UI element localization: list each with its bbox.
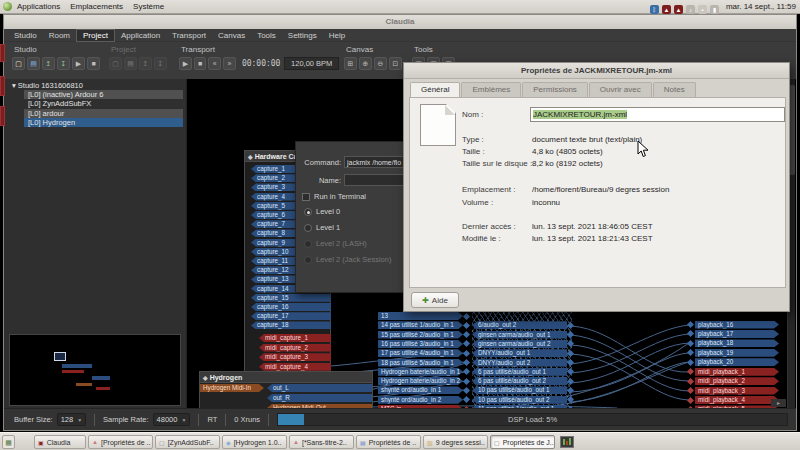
- port-6 pas utilisé/audio_out 1[interactable]: 6 pas utilisé/audio_out 1: [472, 368, 567, 376]
- window-titlebar[interactable]: Claudia: [4, 15, 796, 29]
- menu-tools[interactable]: Tools: [251, 30, 282, 41]
- tree-item-2[interactable]: [L0] ardour: [28, 109, 64, 118]
- level-option-0[interactable]: Level 0: [304, 207, 340, 216]
- port-capture_15[interactable]: capture_15: [251, 294, 331, 302]
- port-13[interactable]: 13: [378, 312, 463, 320]
- filename-input[interactable]: JACKMIXRETOUR.jm-xml: [530, 107, 785, 122]
- port-midi_capture_1[interactable]: midi_capture_1: [259, 334, 331, 342]
- sample-rate-select[interactable]: 48000▼: [153, 413, 191, 426]
- port-DNYY/audio_out 2[interactable]: DNYY/audio_out 2: [472, 359, 567, 367]
- taskbar-item-2[interactable]: ▢[ZynAddSubF..: [155, 435, 220, 449]
- node-hydrogen[interactable]: ◈Hydrogen Hydrogen Midi-Inout_Lout_RHydr…: [199, 371, 373, 408]
- tablet-icon[interactable]: ▪: [698, 5, 707, 14]
- port-Hydrogen baterie/audio_in 1[interactable]: Hydrogen baterie/audio_in 1: [378, 368, 463, 376]
- tree-item-3[interactable]: [L0] Hydrogen: [28, 118, 75, 127]
- taskbar-item-3[interactable]: ◆[Hydrogen 1.0..: [222, 435, 287, 449]
- port-playback_20[interactable]: playback_20: [695, 358, 779, 366]
- port-15 pas utilisé 2/audio_in 1[interactable]: 15 pas utilisé 2/audio_in 1: [378, 331, 463, 339]
- zoom-in-icon[interactable]: ⊕: [359, 57, 372, 70]
- help-button[interactable]: ✚ Aide: [411, 292, 459, 308]
- port-playback_16[interactable]: playback_16: [695, 321, 779, 329]
- port-10 pas utilisé/audio_out 2[interactable]: 10 pas utilisé/audio_out 2: [472, 396, 567, 404]
- zoom-out-icon[interactable]: ⊖: [374, 57, 387, 70]
- menu-canvas[interactable]: Canvas: [212, 30, 251, 41]
- dialog-titlebar[interactable]: Propriétés de JACKMIXRETOUR.jm-xml: [404, 63, 789, 79]
- menu-application[interactable]: Application: [115, 30, 166, 41]
- radio-1[interactable]: [304, 224, 312, 232]
- port-out-r[interactable]: out_R: [267, 394, 372, 402]
- zoom-100-icon[interactable]: ⊡: [389, 57, 402, 70]
- port-14 pas utilisé 1/audio_in 1[interactable]: 14 pas utilisé 1/audio_in 1: [378, 321, 463, 329]
- tab-ouvrir-avec[interactable]: Ouvrir avec: [589, 82, 652, 97]
- battery-icon[interactable]: ▮: [710, 5, 719, 14]
- port-ginsen carma/audio_out 2[interactable]: ginsen carma/audio_out 2: [472, 340, 567, 348]
- port-16 pas utilisé 3/audio_in 1[interactable]: 16 pas utilisé 3/audio_in 1: [378, 340, 463, 348]
- open-studio-icon[interactable]: ▤: [27, 57, 40, 70]
- system-monitor-applet[interactable]: [560, 436, 574, 448]
- start-studio-icon[interactable]: ▶: [72, 57, 85, 70]
- port-playback_18[interactable]: playback_18: [695, 339, 779, 347]
- canvas-scroll-arrow[interactable]: ▸: [771, 399, 786, 407]
- port-midi_capture_2[interactable]: midi_capture_2: [259, 344, 331, 352]
- menu-room[interactable]: Room: [43, 30, 76, 41]
- menu-studio[interactable]: Studio: [8, 30, 43, 41]
- port-Hydrogen baterie/audio_in 2[interactable]: Hydrogen baterie/audio_in 2: [378, 377, 463, 385]
- bluetooth-icon[interactable]: ᛒ: [650, 5, 659, 14]
- port-17 pas utilisé 4/audio_in 1[interactable]: 17 pas utilisé 4/audio_in 1: [378, 349, 463, 357]
- port-10 pas utilisé/audio_out 1[interactable]: 10 pas utilisé/audio_out 1: [472, 386, 567, 394]
- save-studio-icon[interactable]: ↥: [42, 57, 55, 70]
- menu-emplacements[interactable]: Emplacements: [70, 2, 123, 11]
- taskbar-item-4[interactable]: ▲[*Sans-titre-2..: [289, 435, 354, 449]
- transport-stop-icon[interactable]: ■: [194, 57, 207, 70]
- port-6/audio_out 2[interactable]: 6/audio_out 2: [472, 321, 567, 329]
- port-18 pas utilisé 5/audio_in 1[interactable]: 18 pas utilisé 5/audio_in 1: [378, 359, 463, 367]
- taskbar-item-6[interactable]: ▥9 degres sessi..: [423, 435, 488, 449]
- run-in-terminal-checkbox[interactable]: [302, 193, 310, 201]
- bpm-field[interactable]: 120,00 BPM: [284, 57, 339, 70]
- zoom-fit-icon[interactable]: ⊞: [344, 57, 357, 70]
- port-DNYY/audio_out 1[interactable]: DNYY/audio_out 1: [472, 349, 567, 357]
- taskbar-item-7[interactable]: ▢Propriétés de J..: [490, 435, 555, 449]
- menu-applications[interactable]: Applications: [17, 2, 60, 11]
- port-midi_playback_2[interactable]: midi_playback_2: [695, 377, 779, 385]
- taskbar-item-5[interactable]: ▤Propriétés de ..: [356, 435, 421, 449]
- clock[interactable]: mar. 14 sept., 11:59: [726, 2, 796, 11]
- port-capture_18[interactable]: capture_18: [251, 321, 331, 329]
- tree-root-studio[interactable]: ▾ Studio 1631606810: [12, 81, 83, 90]
- port-playback_17[interactable]: playback_17: [695, 330, 779, 338]
- port-midi_capture_3[interactable]: midi_capture_3: [259, 353, 331, 361]
- tab-général[interactable]: Général: [410, 82, 460, 97]
- canvas-minimap[interactable]: [9, 334, 181, 406]
- tab-permissions[interactable]: Permissions: [522, 82, 588, 97]
- tree-item-0[interactable]: [L0] (inactive) Ardour 6: [28, 90, 103, 99]
- port-6 pas utilisé/audio_out 2[interactable]: 6 pas utilisé/audio_out 2: [472, 377, 567, 385]
- menu-systeme[interactable]: Système: [133, 2, 164, 11]
- radio-0[interactable]: [304, 208, 312, 216]
- volume-icon[interactable]: ♪: [686, 5, 695, 14]
- distro-menu-icon[interactable]: [3, 2, 12, 11]
- transport-backward-icon[interactable]: «: [208, 57, 221, 70]
- show-desktop-button[interactable]: ▦: [2, 435, 15, 449]
- transport-forward-icon[interactable]: »: [223, 57, 236, 70]
- tab-notes[interactable]: Notes: [653, 82, 696, 97]
- port-hydrogen-midi-in[interactable]: Hydrogen Midi-In: [200, 384, 264, 392]
- new-studio-icon[interactable]: ▢: [12, 57, 25, 70]
- port-capture_17[interactable]: capture_17: [251, 312, 331, 320]
- menu-project[interactable]: Project: [76, 29, 115, 42]
- port-ginsen carma/audio_out 1[interactable]: ginsen carma/audio_out 1: [472, 331, 567, 339]
- menu-settings[interactable]: Settings: [282, 30, 323, 41]
- stop-studio-icon[interactable]: ■: [87, 57, 100, 70]
- port-out-l[interactable]: out_L: [267, 384, 372, 392]
- tree-item-1[interactable]: [L0] ZynAddSubFX: [28, 99, 91, 108]
- port-midi_playback_1[interactable]: midi_playback_1: [695, 368, 779, 376]
- port-midi_playback_4[interactable]: midi_playback_4: [695, 396, 779, 404]
- port-capture_16[interactable]: capture_16: [251, 303, 331, 311]
- port-midi_capture_4[interactable]: midi_capture_4: [259, 363, 331, 371]
- menu-help[interactable]: Help: [323, 30, 351, 41]
- port-shynté ord/audio_in 1[interactable]: shynté ord/audio_in 1: [378, 386, 463, 394]
- taskbar-item-1[interactable]: ▲[Propriétés de ..: [88, 435, 153, 449]
- menu-transport[interactable]: Transport: [166, 30, 212, 41]
- tab-emblèmes[interactable]: Emblèmes: [461, 82, 521, 97]
- buffer-size-select[interactable]: 128▼: [57, 413, 86, 426]
- save-as-studio-icon[interactable]: ↧: [57, 57, 70, 70]
